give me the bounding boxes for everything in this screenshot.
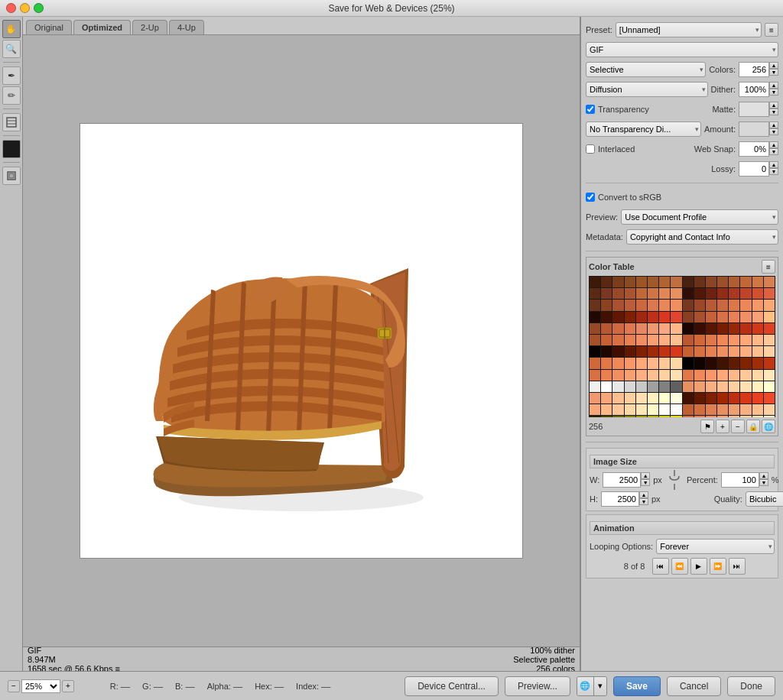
color-cell[interactable] bbox=[625, 300, 635, 310]
color-cell[interactable] bbox=[706, 358, 716, 368]
color-cell[interactable] bbox=[764, 277, 775, 287]
color-cell[interactable] bbox=[717, 381, 728, 392]
zoom-select[interactable]: 25% 50% 100% bbox=[21, 679, 60, 693]
colors-down[interactable]: ▼ bbox=[769, 69, 778, 76]
color-cell[interactable] bbox=[659, 416, 670, 417]
color-cell[interactable] bbox=[625, 404, 635, 415]
color-cell[interactable] bbox=[612, 404, 623, 415]
color-cell[interactable] bbox=[601, 404, 612, 415]
device-central-button[interactable]: Device Central... bbox=[404, 676, 499, 696]
color-cell[interactable] bbox=[612, 300, 623, 310]
height-up[interactable]: ▲ bbox=[639, 491, 648, 498]
color-cell[interactable] bbox=[636, 381, 647, 392]
color-add-btn[interactable]: + bbox=[716, 420, 729, 433]
color-cell[interactable] bbox=[683, 312, 694, 322]
color-cell[interactable] bbox=[612, 288, 623, 299]
color-cell[interactable] bbox=[671, 335, 681, 345]
color-cell[interactable] bbox=[740, 381, 751, 392]
color-cell[interactable] bbox=[648, 346, 658, 357]
color-cell[interactable] bbox=[694, 358, 705, 368]
color-cell[interactable] bbox=[717, 358, 728, 368]
color-cell[interactable] bbox=[612, 335, 623, 345]
convert-srgb-checkbox[interactable] bbox=[586, 193, 595, 202]
color-cell[interactable] bbox=[590, 393, 600, 403]
color-cell[interactable] bbox=[729, 335, 739, 345]
color-cell[interactable] bbox=[729, 346, 739, 357]
color-cell[interactable] bbox=[706, 300, 716, 310]
color-cell[interactable] bbox=[659, 358, 670, 368]
color-cell[interactable] bbox=[601, 393, 612, 403]
color-cell[interactable] bbox=[636, 335, 647, 345]
color-cell[interactable] bbox=[706, 312, 716, 322]
colors-input[interactable] bbox=[739, 62, 769, 77]
color-cell[interactable] bbox=[764, 416, 775, 417]
color-remove-btn[interactable]: − bbox=[731, 420, 745, 433]
color-cell[interactable] bbox=[590, 335, 600, 345]
color-cell[interactable] bbox=[590, 346, 600, 357]
color-cell[interactable] bbox=[764, 335, 775, 345]
color-cell[interactable] bbox=[601, 323, 612, 334]
color-cell[interactable] bbox=[717, 277, 728, 287]
color-cell[interactable] bbox=[764, 393, 775, 403]
color-cell[interactable] bbox=[694, 323, 705, 334]
color-cell[interactable] bbox=[590, 381, 600, 392]
tab-original[interactable]: Original bbox=[26, 20, 72, 34]
color-cell[interactable] bbox=[601, 370, 612, 381]
color-cell[interactable] bbox=[636, 393, 647, 403]
color-cell[interactable] bbox=[648, 335, 658, 345]
color-cell[interactable] bbox=[729, 416, 739, 417]
color-cell[interactable] bbox=[625, 393, 635, 403]
color-cell[interactable] bbox=[601, 358, 612, 368]
lossy-up[interactable]: ▲ bbox=[769, 161, 778, 168]
minimize-button[interactable] bbox=[20, 3, 30, 13]
color-cell[interactable] bbox=[706, 277, 716, 287]
color-cell[interactable] bbox=[764, 300, 775, 310]
amount-input[interactable] bbox=[739, 122, 769, 137]
color-cell[interactable] bbox=[752, 393, 763, 403]
color-cell[interactable] bbox=[590, 288, 600, 299]
color-cell[interactable] bbox=[659, 404, 670, 415]
color-cell[interactable] bbox=[717, 404, 728, 415]
color-cell[interactable] bbox=[659, 288, 670, 299]
preset-menu-button[interactable]: ≡ bbox=[765, 23, 778, 37]
color-cell[interactable] bbox=[590, 323, 600, 334]
color-cell[interactable] bbox=[601, 416, 612, 417]
color-cell[interactable] bbox=[636, 300, 647, 310]
color-cell[interactable] bbox=[659, 393, 670, 403]
status-menu-icon[interactable]: ≡ bbox=[115, 664, 120, 672]
color-cell[interactable] bbox=[706, 381, 716, 392]
color-cell[interactable] bbox=[752, 370, 763, 381]
transparency-checkbox[interactable] bbox=[586, 105, 595, 114]
anim-first-btn[interactable]: ⏮ bbox=[652, 558, 669, 575]
color-cell[interactable] bbox=[612, 393, 623, 403]
lossy-down[interactable]: ▼ bbox=[769, 168, 778, 175]
color-cell[interactable] bbox=[590, 300, 600, 310]
color-cell[interactable] bbox=[625, 288, 635, 299]
color-cell[interactable] bbox=[764, 288, 775, 299]
color-cell[interactable] bbox=[740, 416, 751, 417]
color-cell[interactable] bbox=[729, 288, 739, 299]
color-cell[interactable] bbox=[625, 358, 635, 368]
color-cell[interactable] bbox=[694, 404, 705, 415]
percent-down[interactable]: ▼ bbox=[759, 479, 768, 486]
color-cell[interactable] bbox=[590, 312, 600, 322]
color-cell[interactable] bbox=[752, 323, 763, 334]
color-cell[interactable] bbox=[752, 312, 763, 322]
color-cell[interactable] bbox=[694, 393, 705, 403]
color-cell[interactable] bbox=[636, 312, 647, 322]
color-cell[interactable] bbox=[740, 288, 751, 299]
color-cell[interactable] bbox=[671, 300, 681, 310]
frame-tool[interactable] bbox=[2, 167, 21, 185]
color-cell[interactable] bbox=[729, 404, 739, 415]
color-cell[interactable] bbox=[659, 277, 670, 287]
colors-up[interactable]: ▲ bbox=[769, 62, 778, 69]
color-cell[interactable] bbox=[601, 277, 612, 287]
color-cell[interactable] bbox=[717, 370, 728, 381]
toggle-slices-tool[interactable] bbox=[2, 113, 21, 131]
color-cell[interactable] bbox=[764, 323, 775, 334]
anim-last-btn[interactable]: ⏭ bbox=[729, 558, 746, 575]
color-cell[interactable] bbox=[694, 346, 705, 357]
anim-next-btn[interactable]: ⏩ bbox=[710, 558, 726, 575]
color-cell[interactable] bbox=[636, 370, 647, 381]
color-cell[interactable] bbox=[648, 288, 658, 299]
